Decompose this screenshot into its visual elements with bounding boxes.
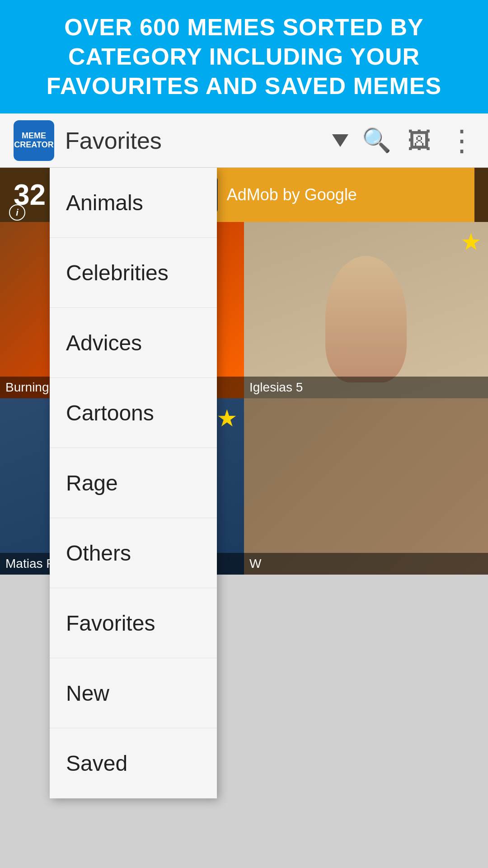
app-logo: MEMECREATOR <box>14 120 54 161</box>
app-bar: MEMECREATOR Favorites 🔍 🖼 ⋮ <box>0 113 488 168</box>
menu-item-others[interactable]: Others <box>50 518 217 588</box>
banner-text: OVER 600 MEMES SORTED BY CATEGORY INCLUD… <box>18 13 470 101</box>
search-icon[interactable]: 🔍 <box>362 127 391 154</box>
dropdown-menu: Animals Celebrities Advices Cartoons Rag… <box>50 168 217 798</box>
more-icon[interactable]: ⋮ <box>447 124 474 157</box>
gallery-icon[interactable]: 🖼 <box>408 127 431 154</box>
menu-item-cartoons[interactable]: Cartoons <box>50 378 217 448</box>
building-image-cell: W <box>244 398 488 575</box>
top-banner: OVER 600 MEMES SORTED BY CATEGORY INCLUD… <box>0 0 488 113</box>
admob-text: AdMob by Google <box>227 185 357 204</box>
info-icon[interactable]: i <box>9 204 25 221</box>
menu-item-advices[interactable]: Advices <box>50 308 217 378</box>
dropdown-arrow-icon[interactable] <box>332 134 348 147</box>
menu-item-saved[interactable]: Saved <box>50 728 217 798</box>
man1-image-cell: ★ Iglesias 5 <box>244 222 488 398</box>
menu-item-rage[interactable]: Rage <box>50 448 217 518</box>
man1-cell-label: Iglesias 5 <box>244 377 488 398</box>
menu-item-favorites[interactable]: Favorites <box>50 588 217 658</box>
menu-item-celebrities[interactable]: Celebrities <box>50 238 217 308</box>
menu-item-animals[interactable]: Animals <box>50 168 217 238</box>
menu-item-new[interactable]: New <box>50 658 217 728</box>
building-cell-label: W <box>244 553 488 575</box>
main-content: 32 i G AdMob by Google Burning ★ Iglesia… <box>0 168 488 868</box>
app-logo-text: MEMECREATOR <box>14 132 53 150</box>
man1-star: ★ <box>460 228 482 255</box>
man2-star: ★ <box>216 405 238 432</box>
app-title: Favorites <box>65 127 328 154</box>
app-bar-icons: 🔍 🖼 ⋮ <box>362 124 474 157</box>
